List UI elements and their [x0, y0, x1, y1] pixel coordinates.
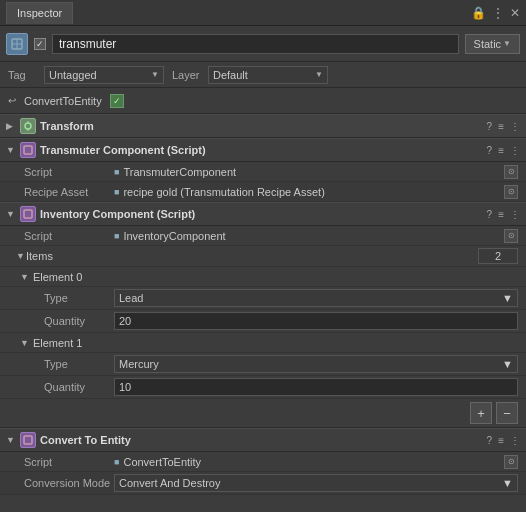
recipe-asset-value: ■ recipe gold (Transmutation Recipe Asse…: [114, 185, 518, 199]
convert-entity-help-icon[interactable]: ?: [487, 435, 493, 446]
element-1-qty-input[interactable]: [114, 378, 518, 396]
convert-entity-title: Convert To Entity: [40, 434, 483, 446]
convert-icon: ↩: [8, 95, 16, 106]
transform-toggle: ▶: [6, 121, 16, 131]
element-0-type-field: Lead ▼: [114, 289, 518, 307]
items-count: 2: [478, 248, 518, 264]
element-0-qty-row: Quantity: [0, 310, 526, 333]
lock-icon[interactable]: 🔒: [471, 6, 486, 20]
recipe-link[interactable]: ⊙: [504, 185, 518, 199]
title-icons: 🔒 ⋮ ✕: [471, 6, 520, 20]
convert-entity-menu-icon[interactable]: ⋮: [510, 435, 520, 446]
object-name-input[interactable]: [52, 34, 459, 54]
convert-entity-script-value: ■ ConvertToEntity ⊙: [114, 455, 518, 469]
transmuter-actions: ? ≡ ⋮: [487, 145, 520, 156]
inspector-tab[interactable]: Inspector: [6, 2, 73, 24]
transmuter-settings-icon[interactable]: ≡: [498, 145, 504, 156]
element-1-qty-row: Quantity: [0, 376, 526, 399]
element-1-type-select[interactable]: Mercury ▼: [114, 355, 518, 373]
convert-entity-toggle: ▼: [6, 435, 16, 445]
convert-entity-actions: ? ≡ ⋮: [487, 435, 520, 446]
active-checkbox[interactable]: ✓: [34, 38, 46, 50]
inventory-script-icon: ■: [114, 231, 119, 241]
inventory-settings-icon[interactable]: ≡: [498, 209, 504, 220]
element-1-qty-label: Quantity: [44, 381, 114, 393]
transmuter-script-label: Script: [24, 166, 114, 178]
transmuter-script-value: ■ TransmuterComponent ⊙: [114, 165, 518, 179]
static-button[interactable]: Static ▼: [465, 34, 520, 54]
recipe-asset-row: Recipe Asset ■ recipe gold (Transmutatio…: [0, 182, 526, 202]
element-1-type-field: Mercury ▼: [114, 355, 518, 373]
convert-entity-script-row: Script ■ ConvertToEntity ⊙: [0, 452, 526, 472]
close-icon[interactable]: ✕: [510, 6, 520, 20]
transmuter-help-icon[interactable]: ?: [487, 145, 493, 156]
element-1-toggle: ▼: [20, 338, 29, 348]
convert-entity-script-icon: ■: [114, 457, 119, 467]
static-label: Static: [474, 38, 502, 50]
convert-check[interactable]: ✓: [110, 94, 124, 108]
element-0-qty-input[interactable]: [114, 312, 518, 330]
element-1-qty-field: [114, 378, 518, 396]
transform-actions: ? ≡ ⋮: [487, 121, 520, 132]
element-0-type-arrow: ▼: [502, 292, 513, 304]
tag-label: Tag: [8, 69, 36, 81]
element-0-label: Element 0: [33, 271, 83, 283]
element-0-type-select[interactable]: Lead ▼: [114, 289, 518, 307]
transmuter-script-link[interactable]: ⊙: [504, 165, 518, 179]
transform-settings-icon[interactable]: ≡: [498, 121, 504, 132]
inventory-help-icon[interactable]: ?: [487, 209, 493, 220]
more-icon[interactable]: ⋮: [492, 6, 504, 20]
element-1-header[interactable]: ▼ Element 1: [0, 333, 526, 353]
convert-entity-section-header[interactable]: ▼ Convert To Entity ? ≡ ⋮: [0, 428, 526, 452]
convert-entity-script-link[interactable]: ⊙: [504, 455, 518, 469]
transmuter-section-header[interactable]: ▼ Transmuter Component (Script) ? ≡ ⋮: [0, 138, 526, 162]
remove-element-button[interactable]: −: [496, 402, 518, 424]
inventory-icon: [20, 206, 36, 222]
conversion-mode-select[interactable]: Convert And Destroy ▼: [114, 474, 518, 492]
add-element-button[interactable]: +: [470, 402, 492, 424]
object-icon: [6, 33, 28, 55]
element-0-header[interactable]: ▼ Element 0: [0, 267, 526, 287]
layer-value: Default: [213, 69, 248, 81]
transform-section-header[interactable]: ▶ Transform ? ≡ ⋮: [0, 114, 526, 138]
conversion-mode-row: Conversion Mode Convert And Destroy ▼: [0, 472, 526, 495]
element-0-type-label: Type: [44, 292, 114, 304]
transmuter-script-row: Script ■ TransmuterComponent ⊙: [0, 162, 526, 182]
layer-label: Layer: [172, 69, 200, 81]
transform-menu-icon[interactable]: ⋮: [510, 121, 520, 132]
items-label: Items: [26, 250, 478, 262]
convert-text: ConvertToEntity: [24, 95, 102, 107]
items-toggle[interactable]: ▼: [16, 251, 26, 261]
element-0-qty-label: Quantity: [44, 315, 114, 327]
element-0-type-row: Type Lead ▼: [0, 287, 526, 310]
element-0-qty-field: [114, 312, 518, 330]
transmuter-title: Transmuter Component (Script): [40, 144, 483, 156]
inventory-section-header[interactable]: ▼ Inventory Component (Script) ? ≡ ⋮: [0, 202, 526, 226]
static-dropdown-arrow: ▼: [503, 39, 511, 48]
convert-entity-settings-icon[interactable]: ≡: [498, 435, 504, 446]
layer-dropdown[interactable]: Default ▼: [208, 66, 328, 84]
inventory-script-value: ■ InventoryComponent ⊙: [114, 229, 518, 243]
convert-row: ↩ ConvertToEntity ✓: [0, 88, 526, 114]
element-1-type-arrow: ▼: [502, 358, 513, 370]
object-header: ✓ Static ▼: [0, 26, 526, 62]
inventory-script-link[interactable]: ⊙: [504, 229, 518, 243]
convert-entity-script-label: Script: [24, 456, 114, 468]
element-1-type-row: Type Mercury ▼: [0, 353, 526, 376]
transform-help-icon[interactable]: ?: [487, 121, 493, 132]
svg-rect-7: [24, 210, 32, 218]
script-icon: ■: [114, 167, 119, 177]
element-1-type-label: Type: [44, 358, 114, 370]
tag-dropdown[interactable]: Untagged ▼: [44, 66, 164, 84]
transform-icon: [20, 118, 36, 134]
inventory-menu-icon[interactable]: ⋮: [510, 209, 520, 220]
tag-layer-row: Tag Untagged ▼ Layer Default ▼: [0, 62, 526, 88]
transform-title: Transform: [40, 120, 483, 132]
layer-arrow: ▼: [315, 70, 323, 79]
element-1-label: Element 1: [33, 337, 83, 349]
transmuter-menu-icon[interactable]: ⋮: [510, 145, 520, 156]
convert-entity-icon: [20, 432, 36, 448]
tag-value: Untagged: [49, 69, 97, 81]
conversion-mode-arrow: ▼: [502, 477, 513, 489]
items-header: ▼ Items 2: [0, 246, 526, 267]
